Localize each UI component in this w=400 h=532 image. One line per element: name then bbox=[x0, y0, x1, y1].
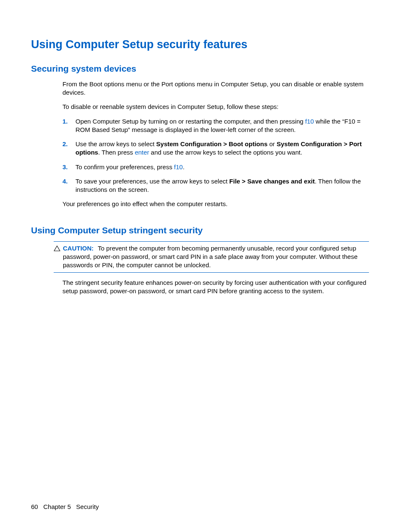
section1-paragraph-1: From the Boot options menu or the Port o… bbox=[62, 80, 369, 97]
step-text: To save your preferences, use the arrow … bbox=[75, 178, 229, 185]
caution-block: CAUTION:To prevent the computer from bec… bbox=[54, 241, 369, 273]
step-bold: System Configuration > Boot options bbox=[156, 140, 268, 147]
step-text: . bbox=[183, 163, 184, 170]
step-number: 1. bbox=[62, 117, 68, 126]
section1-steps: 1. Open Computer Setup by turning on or … bbox=[62, 117, 369, 194]
step-text: and use the arrow keys to select the opt… bbox=[149, 149, 302, 156]
caution-label: CAUTION: bbox=[63, 245, 94, 252]
step-text: Open Computer Setup by turning on or res… bbox=[75, 118, 305, 125]
step-number: 4. bbox=[62, 177, 68, 186]
section1-paragraph-2: To disable or reenable system devices in… bbox=[62, 103, 369, 111]
section2-heading: Using Computer Setup stringent security bbox=[31, 225, 369, 236]
step-number: 2. bbox=[62, 140, 68, 148]
caution-text: To prevent the computer from becoming pe… bbox=[63, 245, 358, 269]
step-bold: File > Save changes and exit bbox=[229, 178, 315, 185]
chapter-label: Chapter 5 Security bbox=[43, 503, 99, 510]
step-1: 1. Open Computer Setup by turning on or … bbox=[62, 117, 369, 134]
page-title: Using Computer Setup security features bbox=[31, 37, 369, 52]
key-f10: f10 bbox=[305, 118, 314, 125]
step-3: 3. To confirm your preferences, press f1… bbox=[62, 163, 369, 171]
key-f10: f10 bbox=[174, 163, 183, 170]
step-2: 2. Use the arrow keys to select System C… bbox=[62, 140, 369, 157]
step-text: . Then press bbox=[98, 149, 135, 156]
page-number: 60 bbox=[31, 503, 38, 510]
section1-heading: Securing system devices bbox=[31, 63, 369, 75]
section1-paragraph-3: Your preferences go into effect when the… bbox=[62, 200, 369, 208]
step-text: or bbox=[268, 140, 277, 147]
page-footer: 60 Chapter 5 Security bbox=[31, 503, 99, 511]
key-enter: enter bbox=[135, 149, 149, 156]
step-text: To confirm your preferences, press bbox=[75, 163, 174, 170]
step-number: 3. bbox=[62, 163, 68, 171]
caution-icon bbox=[54, 245, 60, 253]
section2-paragraph-1: The stringent security feature enhances … bbox=[62, 279, 369, 296]
step-text: Use the arrow keys to select bbox=[75, 140, 156, 147]
step-4: 4. To save your preferences, use the arr… bbox=[62, 177, 369, 194]
